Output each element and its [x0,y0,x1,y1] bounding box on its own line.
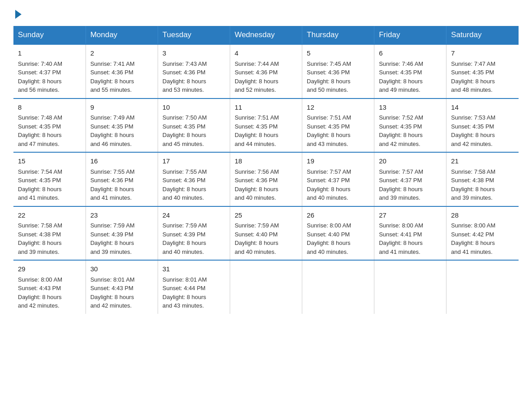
calendar-cell: 7Sunrise: 7:47 AMSunset: 4:35 PMDaylight… [446,44,519,98]
day-info: Sunrise: 7:44 AMSunset: 4:36 PMDaylight:… [235,60,297,94]
calendar-cell: 29Sunrise: 8:00 AMSunset: 4:43 PMDayligh… [13,260,86,314]
day-info: Sunrise: 8:00 AMSunset: 4:40 PMDaylight:… [307,221,369,256]
day-number: 2 [90,48,153,59]
day-number: 3 [163,48,225,59]
day-number: 15 [18,156,81,167]
day-number: 14 [451,103,514,113]
day-info: Sunrise: 7:57 AMSunset: 4:37 PMDaylight:… [307,167,369,202]
calendar-cell: 21Sunrise: 7:58 AMSunset: 4:38 PMDayligh… [446,152,519,206]
day-info: Sunrise: 7:51 AMSunset: 4:35 PMDaylight:… [235,113,297,148]
day-number: 20 [379,156,442,167]
day-info: Sunrise: 8:00 AMSunset: 4:43 PMDaylight:… [18,275,81,310]
calendar-cell: 9Sunrise: 7:49 AMSunset: 4:35 PMDaylight… [86,98,158,153]
calendar-cell: 1Sunrise: 7:40 AMSunset: 4:37 PMDaylight… [13,44,86,98]
header-wednesday: Wednesday [230,26,302,44]
day-number: 28 [451,210,514,221]
calendar-cell: 14Sunrise: 7:53 AMSunset: 4:35 PMDayligh… [446,98,519,153]
calendar-cell: 16Sunrise: 7:55 AMSunset: 4:36 PMDayligh… [86,152,158,206]
calendar-cell: 17Sunrise: 7:55 AMSunset: 4:36 PMDayligh… [158,152,230,206]
day-info: Sunrise: 7:41 AMSunset: 4:36 PMDaylight:… [90,60,153,94]
day-number: 12 [307,103,369,113]
calendar-cell: 18Sunrise: 7:56 AMSunset: 4:36 PMDayligh… [230,152,302,206]
header-sunday: Sunday [13,26,86,44]
day-number: 1 [18,48,81,59]
day-info: Sunrise: 7:55 AMSunset: 4:36 PMDaylight:… [163,167,225,202]
calendar-cell: 19Sunrise: 7:57 AMSunset: 4:37 PMDayligh… [302,152,374,206]
day-info: Sunrise: 7:43 AMSunset: 4:36 PMDaylight:… [163,60,225,94]
day-info: Sunrise: 7:51 AMSunset: 4:35 PMDaylight:… [307,113,369,148]
day-info: Sunrise: 7:49 AMSunset: 4:35 PMDaylight:… [90,113,153,148]
day-number: 17 [163,156,225,167]
day-info: Sunrise: 7:50 AMSunset: 4:35 PMDaylight:… [163,113,225,148]
day-number: 6 [379,48,442,59]
day-info: Sunrise: 7:40 AMSunset: 4:37 PMDaylight:… [18,60,81,94]
day-info: Sunrise: 8:00 AMSunset: 4:41 PMDaylight:… [379,221,442,256]
week-row-5: 29Sunrise: 8:00 AMSunset: 4:43 PMDayligh… [13,260,519,314]
day-number: 26 [307,210,369,221]
calendar-cell [302,260,374,314]
page-header [13,9,519,17]
day-number: 23 [90,210,153,221]
calendar-cell: 24Sunrise: 7:59 AMSunset: 4:39 PMDayligh… [158,206,230,261]
day-number: 4 [235,48,297,59]
day-info: Sunrise: 7:56 AMSunset: 4:36 PMDaylight:… [235,167,297,202]
day-number: 21 [451,156,514,167]
day-number: 8 [18,103,81,113]
day-number: 11 [235,103,297,113]
day-number: 19 [307,156,369,167]
calendar-cell: 28Sunrise: 8:00 AMSunset: 4:42 PMDayligh… [446,206,519,261]
calendar-cell: 30Sunrise: 8:01 AMSunset: 4:43 PMDayligh… [86,260,158,314]
day-number: 5 [307,48,369,59]
day-info: Sunrise: 7:57 AMSunset: 4:37 PMDaylight:… [379,167,442,202]
day-info: Sunrise: 7:59 AMSunset: 4:40 PMDaylight:… [235,221,297,256]
calendar-cell [374,260,446,314]
week-row-2: 8Sunrise: 7:48 AMSunset: 4:35 PMDaylight… [13,98,519,153]
day-info: Sunrise: 7:46 AMSunset: 4:35 PMDaylight:… [379,60,442,94]
day-info: Sunrise: 7:53 AMSunset: 4:35 PMDaylight:… [451,113,514,148]
day-info: Sunrise: 7:59 AMSunset: 4:39 PMDaylight:… [163,221,225,256]
day-info: Sunrise: 7:54 AMSunset: 4:35 PMDaylight:… [18,167,81,202]
day-number: 31 [163,264,225,274]
calendar-cell [230,260,302,314]
calendar-cell [446,260,519,314]
calendar-cell: 3Sunrise: 7:43 AMSunset: 4:36 PMDaylight… [158,44,230,98]
calendar-cell: 10Sunrise: 7:50 AMSunset: 4:35 PMDayligh… [158,98,230,153]
calendar-cell: 22Sunrise: 7:58 AMSunset: 4:38 PMDayligh… [13,206,86,261]
week-row-3: 15Sunrise: 7:54 AMSunset: 4:35 PMDayligh… [13,152,519,206]
day-number: 25 [235,210,297,221]
day-info: Sunrise: 7:59 AMSunset: 4:39 PMDaylight:… [90,221,153,256]
calendar-cell: 5Sunrise: 7:45 AMSunset: 4:36 PMDaylight… [302,44,374,98]
day-number: 30 [90,264,153,274]
calendar-cell: 25Sunrise: 7:59 AMSunset: 4:40 PMDayligh… [230,206,302,261]
day-info: Sunrise: 7:55 AMSunset: 4:36 PMDaylight:… [90,167,153,202]
calendar-cell: 4Sunrise: 7:44 AMSunset: 4:36 PMDaylight… [230,44,302,98]
day-number: 10 [163,103,225,113]
day-number: 16 [90,156,153,167]
header-friday: Friday [374,26,446,44]
calendar-cell: 6Sunrise: 7:46 AMSunset: 4:35 PMDaylight… [374,44,446,98]
day-number: 22 [18,210,81,221]
calendar-cell: 20Sunrise: 7:57 AMSunset: 4:37 PMDayligh… [374,152,446,206]
day-number: 13 [379,103,442,113]
calendar-cell: 8Sunrise: 7:48 AMSunset: 4:35 PMDaylight… [13,98,86,153]
week-row-1: 1Sunrise: 7:40 AMSunset: 4:37 PMDaylight… [13,44,519,98]
day-info: Sunrise: 8:01 AMSunset: 4:43 PMDaylight:… [90,275,153,310]
header-tuesday: Tuesday [158,26,230,44]
logo-arrow-icon [15,10,21,19]
day-info: Sunrise: 7:58 AMSunset: 4:38 PMDaylight:… [451,167,514,202]
day-info: Sunrise: 7:47 AMSunset: 4:35 PMDaylight:… [451,60,514,94]
calendar-table: SundayMondayTuesdayWednesdayThursdayFrid… [13,26,519,314]
day-info: Sunrise: 7:58 AMSunset: 4:38 PMDaylight:… [18,221,81,256]
day-number: 29 [18,264,81,274]
calendar-cell: 11Sunrise: 7:51 AMSunset: 4:35 PMDayligh… [230,98,302,153]
calendar-cell: 13Sunrise: 7:52 AMSunset: 4:35 PMDayligh… [374,98,446,153]
day-info: Sunrise: 7:45 AMSunset: 4:36 PMDaylight:… [307,60,369,94]
header-monday: Monday [86,26,158,44]
week-row-4: 22Sunrise: 7:58 AMSunset: 4:38 PMDayligh… [13,206,519,261]
calendar-cell: 2Sunrise: 7:41 AMSunset: 4:36 PMDaylight… [86,44,158,98]
calendar-cell: 15Sunrise: 7:54 AMSunset: 4:35 PMDayligh… [13,152,86,206]
header-saturday: Saturday [446,26,519,44]
calendar-cell: 23Sunrise: 7:59 AMSunset: 4:39 PMDayligh… [86,206,158,261]
day-info: Sunrise: 7:52 AMSunset: 4:35 PMDaylight:… [379,113,442,148]
calendar-cell: 31Sunrise: 8:01 AMSunset: 4:44 PMDayligh… [158,260,230,314]
